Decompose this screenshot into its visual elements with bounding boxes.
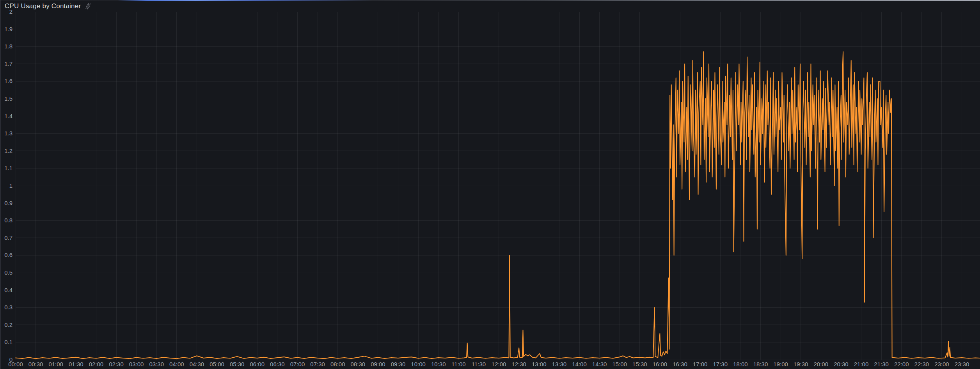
y-tick-label: 1.1 — [0, 165, 12, 172]
y-tick-label: 0.3 — [0, 304, 12, 311]
y-tick-label: 1.8 — [0, 43, 12, 50]
panel-left-border — [0, 0, 1, 369]
y-tick-label: 0.9 — [0, 200, 12, 207]
y-tick-label: 1.7 — [0, 60, 12, 67]
panel-header: CPU Usage by Container — [5, 2, 92, 11]
y-tick-label: 1.5 — [0, 95, 12, 102]
y-tick-label: 1.9 — [0, 26, 12, 33]
panel-title[interactable]: CPU Usage by Container — [5, 2, 81, 10]
y-tick-label: 1 — [0, 182, 12, 189]
bolt-slash-icon[interactable] — [85, 3, 92, 10]
window-top-border — [0, 0, 980, 1]
y-tick-label: 0.8 — [0, 217, 12, 224]
y-tick-label: 0.6 — [0, 252, 12, 259]
y-tick-label: 1.2 — [0, 147, 12, 154]
y-axis: 00.10.20.30.40.50.60.70.80.911.11.21.31.… — [0, 0, 13, 369]
x-axis: 00:0000:3001:0001:3002:0002:3003:0003:30… — [0, 361, 980, 369]
y-tick-label: 1.6 — [0, 78, 12, 85]
y-tick-label: 0.1 — [0, 339, 12, 346]
y-tick-label: 1.4 — [0, 113, 12, 120]
y-tick-label: 0.4 — [0, 287, 12, 294]
y-tick-label: 1.3 — [0, 130, 12, 137]
y-tick-label: 0.2 — [0, 321, 12, 328]
cpu-series-line — [16, 52, 980, 359]
x-tick-label: 23:30 — [950, 361, 975, 368]
y-tick-label: 0.7 — [0, 234, 12, 241]
chart-gridlines — [16, 12, 980, 360]
cpu-usage-chart[interactable] — [0, 0, 980, 369]
y-tick-label: 0.5 — [0, 269, 12, 276]
